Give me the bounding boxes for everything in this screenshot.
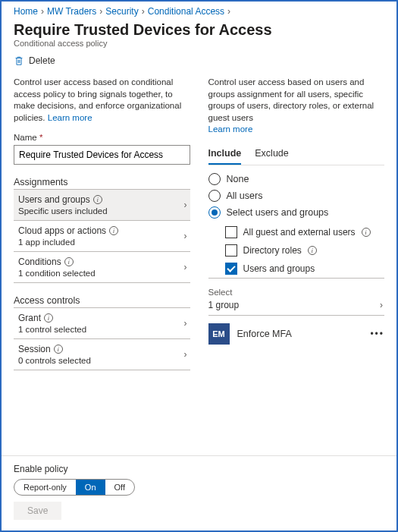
info-icon[interactable]: [109, 226, 118, 235]
checkbox-icon: [225, 244, 237, 257]
breadcrumb-home[interactable]: Home: [14, 6, 38, 17]
checkbox-icon: [225, 263, 237, 275]
include-exclude-tabs: Include Exclude: [208, 145, 385, 165]
chevron-right-icon: ›: [184, 200, 187, 210]
enable-policy-label: Enable policy: [14, 464, 384, 474]
toggle-on[interactable]: On: [76, 479, 105, 496]
info-icon[interactable]: [54, 345, 63, 354]
page-subtitle: Conditional access policy: [14, 39, 384, 48]
checkbox-users-and-groups[interactable]: Users and groups: [225, 263, 385, 275]
radio-select-users-and-groups[interactable]: Select users and groups: [208, 206, 385, 219]
group-name: Enforce MFA: [237, 329, 363, 339]
checkbox-icon: [225, 226, 237, 238]
breadcrumb-mw-traders[interactable]: MW Traders: [47, 6, 96, 17]
radio-none[interactable]: None: [208, 173, 385, 185]
assignments-heading: Assignments: [14, 177, 190, 187]
assignment-conditions[interactable]: Conditions 1 condition selected ›: [14, 252, 190, 282]
checkbox-group-include: All guest and external users Directory r…: [225, 226, 385, 275]
footer: Enable policy Report-only On Off Save: [2, 455, 396, 530]
policy-name-input[interactable]: [14, 145, 190, 165]
assignment-cloud-apps[interactable]: Cloud apps or actions 1 app included ›: [14, 221, 190, 251]
checkbox-guest-users[interactable]: All guest and external users: [225, 226, 385, 238]
toggle-off[interactable]: Off: [105, 479, 134, 496]
chevron-right-icon: ›: [227, 6, 230, 17]
name-label: Name *: [14, 133, 190, 142]
enable-policy-toggle[interactable]: Report-only On Off: [14, 479, 135, 496]
delete-button[interactable]: Delete: [14, 55, 384, 66]
chevron-right-icon: ›: [142, 6, 145, 17]
chevron-right-icon: ›: [184, 262, 187, 272]
radio-all-users[interactable]: All users: [208, 190, 385, 202]
chevron-right-icon: ›: [41, 6, 44, 17]
radio-group-scope: None All users Select users and groups: [208, 173, 385, 219]
chevron-right-icon: ›: [184, 318, 187, 329]
select-label: Select: [208, 288, 385, 297]
right-description: Control user access based on users and g…: [208, 77, 385, 136]
info-icon[interactable]: [308, 246, 317, 255]
radio-icon: [208, 173, 221, 185]
tab-exclude[interactable]: Exclude: [255, 145, 288, 165]
delete-label: Delete: [29, 55, 55, 66]
access-session[interactable]: Session 0 controls selected ›: [14, 339, 190, 370]
select-groups-button[interactable]: 1 group ›: [208, 297, 385, 315]
info-icon[interactable]: [93, 195, 102, 204]
access-controls-heading: Access controls: [14, 295, 190, 306]
toggle-report-only[interactable]: Report-only: [14, 479, 76, 496]
trash-icon: [14, 55, 24, 66]
info-icon[interactable]: [362, 228, 371, 237]
breadcrumb: Home › MW Traders › Security › Condition…: [14, 2, 384, 20]
left-description: Control user access based on conditional…: [14, 77, 190, 124]
more-options-button[interactable]: •••: [370, 329, 384, 339]
assignment-users-and-groups[interactable]: Users and groups Specific users included…: [14, 190, 190, 220]
left-column: Control user access based on conditional…: [14, 77, 190, 370]
breadcrumb-conditional-access[interactable]: Conditional Access: [148, 6, 224, 17]
learn-more-link[interactable]: Learn more: [208, 124, 253, 134]
save-button[interactable]: Save: [14, 502, 61, 520]
learn-more-link[interactable]: Learn more: [48, 113, 92, 122]
access-grant[interactable]: Grant 1 control selected ›: [14, 308, 190, 338]
info-icon[interactable]: [44, 313, 53, 323]
chevron-right-icon: ›: [184, 231, 187, 241]
group-avatar: EM: [208, 323, 230, 345]
chevron-right-icon: ›: [99, 6, 102, 17]
chevron-right-icon: ›: [184, 349, 187, 360]
radio-icon: [208, 206, 221, 219]
info-icon[interactable]: [64, 257, 74, 266]
checkbox-directory-roles[interactable]: Directory roles: [225, 244, 385, 257]
page-title: Require Trusted Devices for Access: [14, 21, 384, 39]
selected-group-item[interactable]: EM Enforce MFA •••: [208, 323, 385, 345]
tab-include[interactable]: Include: [208, 145, 242, 165]
right-column: Control user access based on users and g…: [208, 77, 385, 370]
breadcrumb-security[interactable]: Security: [105, 6, 138, 17]
radio-icon: [208, 190, 221, 202]
chevron-right-icon: ›: [380, 300, 383, 310]
